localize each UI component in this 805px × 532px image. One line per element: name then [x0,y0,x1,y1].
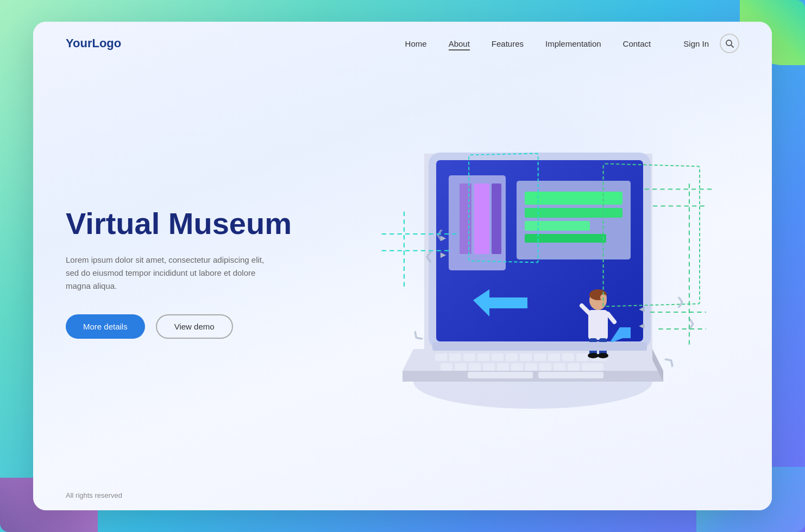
svg-line-1 [731,45,733,47]
svg-rect-19 [455,363,467,371]
hero-illustration: ❯ ❯ ❯ ❯ ❯ ❯ [337,110,739,436]
cta-buttons: More details View demo [66,314,337,339]
footer-copyright: All rights reserved [66,491,122,499]
svg-rect-14 [548,353,560,361]
search-button[interactable] [720,34,739,53]
nav-links: Home About Features Implementation Conta… [405,39,651,48]
float-arrow-1: ❯ [435,230,444,243]
svg-rect-26 [554,363,565,371]
more-details-button[interactable]: More details [66,314,145,339]
svg-rect-23 [511,363,523,371]
float-arrow-3: ❯ [676,295,685,308]
isometric-illustration: ❯ ❯ ❯ ❯ ❯ ❯ [348,121,728,425]
sign-in-button[interactable]: Sign In [683,39,709,48]
nav-right: Sign In [683,34,739,53]
svg-rect-11 [506,353,518,361]
svg-rect-7 [449,353,461,361]
navbar: YourLogo Home About Features Implementat… [33,22,772,65]
svg-rect-15 [562,353,574,361]
hero-description: Lorem ipsum dolor sit amet, consectetur … [66,254,272,293]
dashed-frame-right [603,163,700,307]
left-section: Virtual Museum Lorem ipsum dolor sit ame… [66,207,337,339]
svg-rect-16 [576,353,588,361]
svg-rect-30 [538,372,603,378]
svg-rect-6 [435,353,447,361]
hero-title: Virtual Museum [66,207,337,240]
main-content: Virtual Museum Lorem ipsum dolor sit ame… [33,65,772,480]
svg-rect-21 [483,363,495,371]
nav-about[interactable]: About [449,39,470,48]
svg-rect-22 [497,363,509,371]
svg-rect-10 [492,353,504,361]
svg-rect-9 [477,353,489,361]
footer: All rights reserved [33,480,772,510]
view-demo-button[interactable]: View demo [156,314,233,339]
svg-rect-58 [432,342,647,351]
svg-rect-18 [441,363,452,371]
svg-rect-27 [568,363,580,371]
svg-rect-12 [520,353,532,361]
logo: YourLogo [66,36,121,50]
search-icon [725,39,734,48]
svg-point-56 [588,353,599,358]
svg-rect-24 [525,363,537,371]
float-arrow-4: ❯ [687,316,696,330]
svg-rect-28 [582,363,603,371]
nav-implementation[interactable]: Implementation [545,39,601,48]
svg-rect-13 [534,353,546,361]
svg-rect-29 [468,372,533,378]
dashed-frame-left [468,153,539,263]
nav-contact[interactable]: Contact [623,39,651,48]
main-card: YourLogo Home About Features Implementat… [33,22,772,510]
svg-rect-25 [539,363,551,371]
nav-home[interactable]: Home [405,39,427,48]
svg-rect-8 [463,353,475,361]
svg-rect-20 [469,363,481,371]
svg-point-57 [598,353,608,358]
float-arrow-2: ❯ [424,251,433,264]
nav-features[interactable]: Features [492,39,524,48]
